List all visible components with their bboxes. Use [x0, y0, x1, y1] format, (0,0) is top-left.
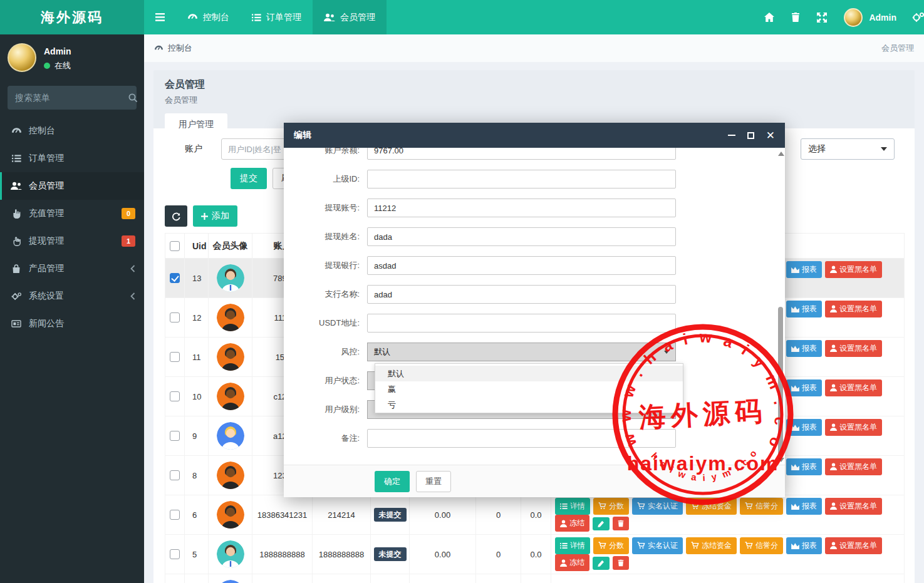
score-button[interactable]: 分数	[593, 498, 629, 515]
row-checkbox[interactable]	[170, 510, 180, 520]
scroll-down-icon[interactable]	[778, 458, 784, 462]
scrollbar-thumb[interactable]	[778, 307, 783, 456]
credit-score-button[interactable]: 信誉分	[740, 498, 783, 515]
sidebar-user-panel: Admin 在线	[0, 34, 144, 78]
report-button[interactable]: 报表	[786, 458, 822, 475]
sidebar-item-orders[interactable]: 订单管理	[0, 145, 144, 172]
reset-button[interactable]: 重置	[416, 471, 451, 492]
select-all-checkbox[interactable]	[170, 241, 180, 251]
breadcrumb-dashboard-link[interactable]: 控制台	[154, 43, 192, 54]
trash-button[interactable]	[782, 0, 809, 34]
scroll-up-icon[interactable]	[778, 152, 784, 156]
report-button[interactable]: 报表	[786, 379, 822, 396]
report-button[interactable]: 报表	[786, 537, 822, 554]
report-button[interactable]: 报表	[786, 419, 822, 436]
modal-field-row: 提现银行:	[284, 256, 785, 275]
set-blacklist-button[interactable]: 设置黑名单	[825, 340, 882, 357]
row-checkbox[interactable]	[170, 549, 180, 559]
parent-id-field[interactable]	[367, 170, 676, 188]
freeze-button[interactable]: 冻结	[555, 515, 589, 532]
report-button[interactable]: 报表	[786, 340, 822, 357]
sidebar-item-withdraw[interactable]: 提现管理 1	[0, 227, 144, 255]
status-badge: 未提交	[374, 547, 407, 561]
confirm-button[interactable]: 确定	[375, 471, 410, 492]
withdraw-account-field[interactable]	[367, 199, 676, 217]
set-blacklist-button[interactable]: 设置黑名单	[825, 379, 882, 396]
num-cell	[476, 574, 521, 583]
realname-auth-button[interactable]: 实名认证	[632, 537, 683, 554]
nav-dashboard[interactable]: 控制台	[176, 0, 241, 34]
credit-score-button[interactable]: 信誉分	[740, 537, 783, 554]
search-icon[interactable]	[128, 93, 138, 103]
delete-button[interactable]	[613, 556, 629, 570]
modal-scrollbar[interactable]	[777, 152, 784, 583]
row-checkbox[interactable]	[170, 391, 180, 401]
row-checkbox[interactable]	[170, 312, 180, 322]
balance-cell: 0.00	[410, 495, 476, 535]
set-blacklist-button[interactable]: 设置黑名单	[825, 261, 882, 278]
withdraw-bank-field[interactable]	[367, 256, 676, 275]
navbar-user-menu[interactable]: Admin	[835, 8, 905, 27]
set-blacklist-button[interactable]: 设置黑名单	[825, 419, 882, 436]
filter-select[interactable]: 选择	[801, 138, 895, 160]
add-member-button[interactable]: 添加	[193, 205, 237, 227]
table-refresh-button[interactable]	[165, 205, 187, 227]
freeze-button[interactable]: 冻结	[555, 554, 589, 571]
freeze-funds-button[interactable]: 冻结资金	[686, 537, 737, 554]
fullscreen-button[interactable]	[809, 0, 835, 34]
score-button[interactable]: 分数	[593, 537, 629, 554]
dropdown-option[interactable]: 赢	[375, 381, 683, 397]
minimize-icon[interactable]	[728, 135, 735, 136]
usdt-address-field[interactable]	[367, 314, 676, 333]
set-blacklist-button[interactable]: 设置黑名单	[825, 458, 882, 475]
sidebar-item-news[interactable]: 新闻公告	[0, 310, 144, 338]
details-button[interactable]: 详情	[555, 537, 590, 554]
sidebar-item-recharge[interactable]: 充值管理 0	[0, 200, 144, 227]
row-checkbox[interactable]	[170, 273, 180, 283]
row-checkbox[interactable]	[170, 352, 180, 362]
realname-auth-button[interactable]: 实名认证	[632, 498, 683, 515]
sidebar-item-dashboard[interactable]: 控制台	[0, 117, 144, 145]
close-icon[interactable]: ✕	[766, 130, 775, 141]
report-button[interactable]: 报表	[786, 261, 822, 278]
remark-field[interactable]	[367, 429, 676, 448]
field-label: 支行名称:	[284, 285, 367, 304]
report-button[interactable]: 报表	[786, 301, 822, 317]
maximize-icon[interactable]	[747, 132, 754, 139]
sidebar-item-products[interactable]: 产品管理	[0, 255, 144, 282]
top-navbar: 海外源码 控制台 订单管理 会员管理	[0, 0, 924, 34]
sidebar-search-input[interactable]	[15, 93, 128, 103]
sidebar-item-label: 充值管理	[29, 208, 64, 219]
modal-header[interactable]: 编辑 ✕	[284, 123, 785, 148]
edit-button[interactable]	[593, 517, 610, 530]
freeze-funds-button[interactable]: 冻结资金	[686, 498, 737, 515]
uid-cell: 5	[185, 535, 209, 574]
num-cell: 0.0	[521, 495, 551, 535]
actions-cell: 详情分数实名认证冻结资金信誉分报表设置黑名单冻结	[551, 495, 905, 535]
row-checkbox[interactable]	[170, 431, 180, 441]
details-button[interactable]: 详情	[555, 498, 590, 515]
nav-orders[interactable]: 订单管理	[241, 0, 313, 34]
sidebar-item-system-settings[interactable]: 系统设置	[0, 282, 144, 310]
settings-button[interactable]	[905, 0, 924, 34]
row-checkbox[interactable]	[170, 470, 180, 480]
withdraw-name-field[interactable]	[367, 227, 676, 246]
branch-name-field[interactable]	[367, 285, 676, 304]
sidebar-toggle-button[interactable]	[144, 0, 176, 34]
report-button[interactable]: 报表	[786, 498, 822, 515]
field-label: 用户状态:	[284, 371, 367, 390]
dropdown-option[interactable]: 默认	[375, 366, 683, 381]
delete-button[interactable]	[613, 517, 629, 530]
num-cell	[521, 574, 551, 583]
set-blacklist-button[interactable]: 设置黑名单	[825, 301, 882, 317]
account-balance-field[interactable]	[367, 148, 676, 160]
home-button[interactable]	[756, 0, 782, 34]
edit-button[interactable]	[593, 557, 610, 570]
risk-control-select[interactable]: 默认	[367, 343, 676, 361]
set-blacklist-button[interactable]: 设置黑名单	[825, 498, 882, 515]
set-blacklist-button[interactable]: 设置黑名单	[825, 537, 882, 554]
dropdown-option[interactable]: 亏	[375, 397, 683, 413]
submit-button[interactable]: 提交	[231, 168, 267, 189]
sidebar-item-members[interactable]: 会员管理	[0, 172, 144, 200]
nav-members[interactable]: 会员管理	[313, 0, 387, 34]
